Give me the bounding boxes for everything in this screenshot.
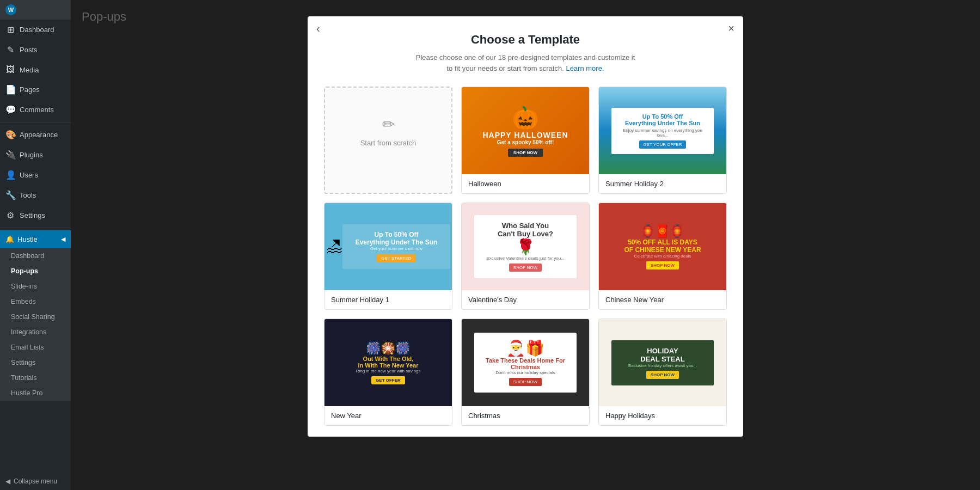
tools-icon: 🔧	[5, 190, 15, 200]
modal-close-button[interactable]: ×	[728, 23, 734, 34]
sidebar-item-label: Plugins	[20, 151, 43, 159]
template-chooser-modal: ‹ × Choose a Template Please choose one …	[308, 16, 743, 437]
christmas-preview: 🎅🎁 Take These Deals Home For Christmas D…	[462, 319, 589, 406]
sidebar-item-users[interactable]: 👤 Users	[0, 165, 71, 185]
newyear-label: New Year	[324, 406, 452, 425]
cny-popup: 🏮🧧🏮 50% OFF ALL IS DAYSOF CHINESE NEW YE…	[624, 224, 701, 270]
submenu-item-popups[interactable]: Pop-ups	[0, 264, 71, 279]
plugins-icon: 🔌	[5, 150, 15, 160]
cny-preview: 🏮🧧🏮 50% OFF ALL IS DAYSOF CHINESE NEW YE…	[599, 203, 726, 290]
divider	[0, 122, 71, 122]
hustle-submenu: Dashboard Pop-ups Slide-ins Embeds Socia…	[0, 248, 71, 401]
sidebar: W ⊞ Dashboard ✎ Posts 🖼 Media 📄 Pages 💬 …	[0, 0, 71, 490]
sidebar-item-label: Users	[20, 171, 38, 179]
halloween-preview: 🎃 HAPPY HALLOWEEN Get a spooky 50% off! …	[462, 87, 589, 174]
hustle-label: Hustle	[17, 235, 38, 243]
sidebar-item-comments[interactable]: 💬 Comments	[0, 100, 71, 120]
submenu-item-social[interactable]: Social Sharing	[0, 309, 71, 324]
halloween-label: Halloween	[462, 174, 589, 193]
dashboard-icon: ⊞	[5, 24, 15, 35]
sidebar-item-appearance[interactable]: 🎨 Appearance	[0, 125, 71, 145]
modal-overlay: ‹ × Choose a Template Please choose one …	[71, 0, 980, 490]
collapse-label: Collapse menu	[14, 477, 57, 485]
holidays-label: Happy Holidays	[599, 406, 726, 425]
settings-icon: ⚙	[5, 210, 15, 220]
sidebar-item-plugins[interactable]: 🔌 Plugins	[0, 145, 71, 165]
appearance-icon: 🎨	[5, 130, 15, 140]
summer1-popup: Up To 50% OffEverything Under The Sun Ge…	[342, 224, 451, 269]
valentine-preview: Who Said YouCan't Buy Love? 🌹 Exclusive …	[462, 203, 589, 290]
submenu-item-settings[interactable]: Settings	[0, 355, 71, 370]
beach-emoji: 🏖	[326, 237, 342, 256]
submenu-item-dashboard[interactable]: Dashboard	[0, 248, 71, 264]
sidebar-item-label: Settings	[20, 211, 45, 219]
sidebar-item-label: Media	[20, 66, 39, 74]
template-card-cny[interactable]: 🏮🧧🏮 50% OFF ALL IS DAYSOF CHINESE NEW YE…	[598, 203, 727, 310]
valentine-label: Valentine's Day	[462, 290, 589, 309]
modal-back-button[interactable]: ‹	[316, 23, 320, 34]
sidebar-item-dashboard[interactable]: ⊞ Dashboard	[0, 20, 71, 40]
learn-more-link[interactable]: Learn more.	[566, 64, 604, 72]
hw-title: HAPPY HALLOWEEN	[482, 131, 568, 139]
sidebar-item-settings[interactable]: ⚙ Settings	[0, 205, 71, 225]
hustle-arrow: ◀	[61, 236, 65, 243]
summer2-popup: Up To 50% OffEverything Under The Sun En…	[611, 108, 713, 154]
wp-logo[interactable]: W	[0, 0, 71, 20]
divider2	[0, 228, 71, 228]
sidebar-item-label: Comments	[20, 106, 54, 114]
sidebar-item-label: Tools	[20, 191, 36, 199]
sidebar-item-pages[interactable]: 📄 Pages	[0, 79, 71, 100]
submenu-item-embeds[interactable]: Embeds	[0, 294, 71, 309]
hw-btn: SHOP NOW	[508, 149, 543, 157]
sidebar-item-label: Dashboard	[20, 26, 54, 34]
sidebar-item-hustle[interactable]: 🔔 Hustle ◀	[0, 230, 71, 248]
sidebar-item-tools[interactable]: 🔧 Tools	[0, 185, 71, 205]
christmas-label: Christmas	[462, 406, 589, 425]
submenu-item-tutorials[interactable]: Tutorials	[0, 370, 71, 385]
holidays-preview: HOLIDAYDEAL STEAL Exclusive holiday offe…	[599, 319, 726, 406]
template-card-halloween[interactable]: 🎃 HAPPY HALLOWEEN Get a spooky 50% off! …	[461, 87, 590, 194]
posts-icon: ✎	[5, 45, 15, 55]
newyear-preview: 🎆🎇🎆 Out With The Old,In With The New Yea…	[324, 319, 452, 406]
valentine-popup: Who Said YouCan't Buy Love? 🌹 Exclusive …	[474, 215, 576, 278]
submenu-item-emaillists[interactable]: Email Lists	[0, 340, 71, 355]
template-card-newyear[interactable]: 🎆🎇🎆 Out With The Old,In With The New Yea…	[324, 318, 452, 426]
submenu-item-slideins[interactable]: Slide-ins	[0, 279, 71, 294]
summer2-preview: Up To 50% OffEverything Under The Sun En…	[599, 87, 726, 174]
sidebar-item-media[interactable]: 🖼 Media	[0, 60, 71, 79]
template-card-holidays[interactable]: HOLIDAYDEAL STEAL Exclusive holiday offe…	[598, 318, 727, 426]
christmas-popup: 🎅🎁 Take These Deals Home For Christmas D…	[474, 333, 576, 393]
comments-icon: 💬	[5, 105, 15, 115]
sidebar-item-posts[interactable]: ✎ Posts	[0, 40, 71, 60]
pumpkin-emoji: 🎃	[512, 105, 539, 131]
cny-label: Chinese New Year	[599, 290, 726, 309]
users-icon: 👤	[5, 170, 15, 180]
submenu-item-hustlepro[interactable]: Hustle Pro	[0, 385, 71, 401]
summer1-preview: 🏖 Up To 50% OffEverything Under The Sun …	[324, 203, 452, 290]
pencil-icon: ✏	[382, 115, 395, 133]
sidebar-item-label: Pages	[20, 85, 40, 94]
modal-title: Choose a Template	[324, 33, 727, 47]
holidays-popup: HOLIDAYDEAL STEAL Exclusive holiday offe…	[611, 340, 713, 385]
summer1-label: Summer Holiday 1	[324, 290, 452, 309]
template-card-summer2[interactable]: Up To 50% OffEverything Under The Sun En…	[598, 87, 727, 194]
template-card-scratch[interactable]: ✏ Start from scratch	[324, 87, 452, 194]
summer2-label: Summer Holiday 2	[599, 174, 726, 193]
sidebar-item-label: Appearance	[20, 131, 58, 139]
hustle-icon: 🔔	[5, 235, 14, 243]
scratch-preview: ✏ Start from scratch	[325, 88, 451, 175]
template-grid: ✏ Start from scratch 🎃 HAPPY HALLOWEEN G…	[324, 87, 727, 426]
collapse-icon: ◀	[5, 477, 10, 485]
media-icon: 🖼	[5, 65, 15, 75]
scratch-label: Start from scratch	[360, 139, 416, 147]
hw-sub: Get a spooky 50% off!	[497, 139, 554, 145]
sidebar-item-label: Posts	[20, 46, 38, 54]
submenu-item-integrations[interactable]: Integrations	[0, 324, 71, 340]
newyear-popup: 🎆🎇🎆 Out With The Old,In With The New Yea…	[356, 341, 421, 384]
modal-subtitle: Please choose one of our 18 pre-designed…	[324, 52, 727, 74]
template-card-summer1[interactable]: 🏖 Up To 50% OffEverything Under The Sun …	[324, 203, 452, 310]
collapse-menu-button[interactable]: ◀ Collapse menu	[0, 473, 71, 490]
wp-icon: W	[5, 4, 16, 15]
template-card-valentine[interactable]: Who Said YouCan't Buy Love? 🌹 Exclusive …	[461, 203, 590, 310]
template-card-christmas[interactable]: 🎅🎁 Take These Deals Home For Christmas D…	[461, 318, 590, 426]
